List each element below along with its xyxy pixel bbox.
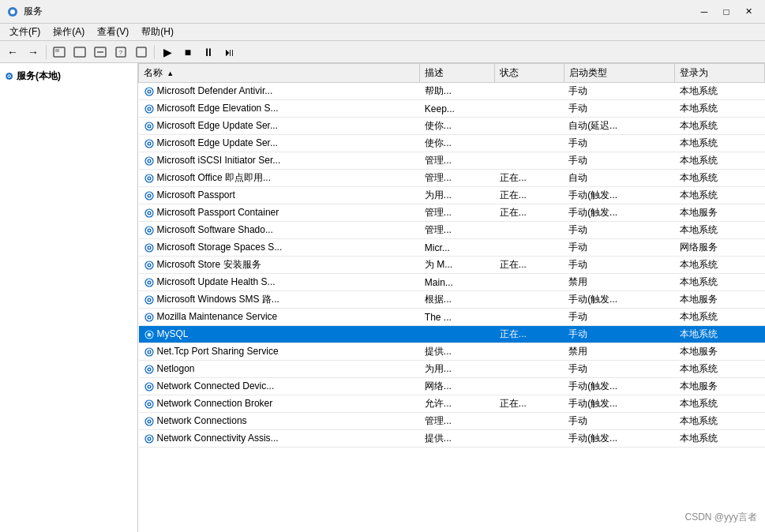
col-desc[interactable]: 描述 bbox=[420, 64, 495, 83]
table-row[interactable]: Microsoft Windows SMS 路...根据...手动(触发...本… bbox=[139, 291, 765, 309]
svg-point-33 bbox=[148, 212, 149, 214]
service-login-cell: 本地服务 bbox=[675, 204, 765, 222]
service-name-cell: Mozilla Maintenance Service bbox=[139, 309, 420, 326]
service-login-cell: 本地服务 bbox=[675, 291, 765, 309]
svg-point-57 bbox=[148, 351, 149, 353]
service-desc-cell: The ... bbox=[420, 309, 495, 326]
table-row[interactable]: Microsoft Office 即点即用...管理...正在...自动本地系统 bbox=[139, 170, 765, 187]
table-row[interactable]: Mozilla Maintenance ServiceThe ...手动本地系统 bbox=[139, 309, 765, 326]
table-row[interactable]: Net.Tcp Port Sharing Service提供...禁用本地服务 bbox=[139, 343, 765, 361]
service-gear-icon bbox=[144, 137, 157, 148]
play-button[interactable]: ▶ bbox=[158, 43, 177, 61]
table-row[interactable]: Network Connected Devic...网络...手动(触发...本… bbox=[139, 378, 765, 395]
table-row[interactable]: Netlogon为用...手动本地系统 bbox=[139, 361, 765, 378]
menu-file[interactable]: 文件(F) bbox=[3, 24, 47, 40]
refresh-button[interactable] bbox=[91, 43, 110, 61]
service-name-text: Microsoft Update Health S... bbox=[157, 276, 276, 287]
service-desc-cell: 管理... bbox=[420, 204, 495, 222]
service-status-cell bbox=[495, 361, 564, 378]
service-name-text: Microsoft Software Shado... bbox=[157, 224, 273, 235]
minimize-button[interactable]: ─ bbox=[694, 4, 714, 20]
service-gear-icon bbox=[144, 276, 157, 287]
service-status-cell bbox=[495, 239, 564, 257]
table-row[interactable]: MySQL正在...手动本地系统 bbox=[139, 326, 765, 343]
table-row[interactable]: Network Connectivity Assis...提供...手动(触发.… bbox=[139, 430, 765, 448]
close-button[interactable]: ✕ bbox=[738, 4, 759, 20]
menu-action[interactable]: 操作(A) bbox=[47, 24, 91, 40]
service-gear-icon bbox=[144, 85, 157, 96]
sidebar: ⚙ 服务(本地) bbox=[0, 63, 138, 532]
service-status-cell bbox=[495, 309, 564, 326]
service-name-cell: MySQL bbox=[139, 326, 420, 343]
svg-point-63 bbox=[148, 386, 149, 388]
col-status[interactable]: 状态 bbox=[495, 64, 564, 83]
svg-rect-9 bbox=[137, 47, 146, 57]
service-name-cell: Microsoft Storage Spaces S... bbox=[139, 239, 420, 257]
forward-button[interactable]: → bbox=[24, 43, 43, 61]
service-startup-cell: 手动 bbox=[564, 100, 674, 118]
menu-bar: 文件(F) 操作(A) 查看(V) 帮助(H) bbox=[0, 24, 765, 41]
service-gear-icon bbox=[144, 380, 157, 392]
back-button[interactable]: ← bbox=[3, 43, 22, 61]
sidebar-header[interactable]: ⚙ 服务(本地) bbox=[3, 66, 134, 86]
table-row[interactable]: Microsoft Store 安装服务为 M...正在...手动本地系统 bbox=[139, 257, 765, 274]
table-row[interactable]: Network Connection Broker允许...正在...手动(触发… bbox=[139, 395, 765, 413]
service-name-cell: Microsoft Update Health S... bbox=[139, 274, 420, 291]
menu-help[interactable]: 帮助(H) bbox=[135, 24, 180, 40]
table-row[interactable]: Network Connections管理...手动本地系统 bbox=[139, 413, 765, 430]
service-name-text: Microsoft Storage Spaces S... bbox=[157, 242, 283, 253]
table-row[interactable]: Microsoft Storage Spaces S...Micr...手动网络… bbox=[139, 239, 765, 257]
watermark: CSDN @yyy言者 bbox=[684, 511, 757, 524]
export-button[interactable]: ? bbox=[111, 43, 130, 61]
table-row[interactable]: Microsoft Defender Antivir...帮助...手动本地系统 bbox=[139, 83, 765, 100]
service-name-cell: Network Connectivity Assis... bbox=[139, 430, 420, 448]
col-login[interactable]: 登录为 bbox=[675, 64, 765, 83]
service-name-text: Microsoft Store 安装服务 bbox=[157, 259, 261, 270]
up-button[interactable] bbox=[70, 43, 89, 61]
service-desc-cell: Keep... bbox=[420, 100, 495, 118]
table-row[interactable]: Microsoft Passport为用...正在...手动(触发...本地系统 bbox=[139, 187, 765, 204]
service-login-cell: 本地系统 bbox=[675, 309, 765, 326]
service-startup-cell: 手动 bbox=[564, 326, 674, 343]
service-name-text: Network Connected Devic... bbox=[157, 380, 275, 392]
service-name-cell: Microsoft Windows SMS 路... bbox=[139, 291, 420, 309]
service-status-cell bbox=[495, 343, 564, 361]
svg-point-27 bbox=[148, 178, 149, 179]
service-name-text: Network Connectivity Assis... bbox=[157, 433, 279, 444]
service-desc-cell: 使你... bbox=[420, 135, 495, 152]
table-row[interactable]: Microsoft Passport Container管理...正在...手动… bbox=[139, 204, 765, 222]
restart-button[interactable]: ⏯ bbox=[219, 43, 238, 61]
table-row[interactable]: Microsoft Edge Update Ser...使你...手动本地系统 bbox=[139, 135, 765, 152]
svg-text:?: ? bbox=[119, 49, 123, 56]
table-row[interactable]: Microsoft Edge Update Ser...使你...自动(延迟..… bbox=[139, 118, 765, 135]
table-row[interactable]: Microsoft iSCSI Initiator Ser...管理...手动本… bbox=[139, 152, 765, 170]
service-status-cell: 正在... bbox=[495, 170, 564, 187]
properties-button[interactable] bbox=[132, 43, 151, 61]
service-startup-cell: 手动(触发... bbox=[564, 187, 674, 204]
service-login-cell: 本地系统 bbox=[675, 170, 765, 187]
services-table: 名称 ▲ 描述 状态 启动类型 登录为 Microsoft Defender A… bbox=[138, 63, 765, 448]
service-name-cell: Microsoft Edge Update Ser... bbox=[139, 135, 420, 152]
service-login-cell: 本地系统 bbox=[675, 135, 765, 152]
table-row[interactable]: Microsoft Edge Elevation S...Keep...手动本地… bbox=[139, 100, 765, 118]
service-startup-cell: 手动(触发... bbox=[564, 204, 674, 222]
svg-point-15 bbox=[148, 108, 149, 110]
pause-button[interactable]: ⏸ bbox=[199, 43, 218, 61]
col-startup[interactable]: 启动类型 bbox=[564, 64, 674, 83]
service-name-text: Netlogon bbox=[157, 363, 195, 374]
service-desc-cell: 管理... bbox=[420, 170, 495, 187]
table-row[interactable]: Microsoft Software Shado...管理...手动本地系统 bbox=[139, 222, 765, 239]
title-bar: 服务 ─ □ ✕ bbox=[0, 0, 765, 24]
table-row[interactable]: Microsoft Update Health S...Main...禁用本地系… bbox=[139, 274, 765, 291]
service-gear-icon bbox=[144, 328, 157, 339]
service-startup-cell: 手动 bbox=[564, 309, 674, 326]
svg-point-51 bbox=[148, 317, 149, 318]
service-desc-cell: 使你... bbox=[420, 118, 495, 135]
col-name[interactable]: 名称 ▲ bbox=[139, 64, 420, 83]
menu-view[interactable]: 查看(V) bbox=[91, 24, 135, 40]
svg-rect-3 bbox=[55, 49, 59, 52]
maximize-button[interactable]: □ bbox=[716, 4, 737, 20]
show-scope-button[interactable] bbox=[50, 43, 69, 61]
stop-button[interactable]: ■ bbox=[178, 43, 197, 61]
gear-icon: ⚙ bbox=[5, 71, 13, 82]
